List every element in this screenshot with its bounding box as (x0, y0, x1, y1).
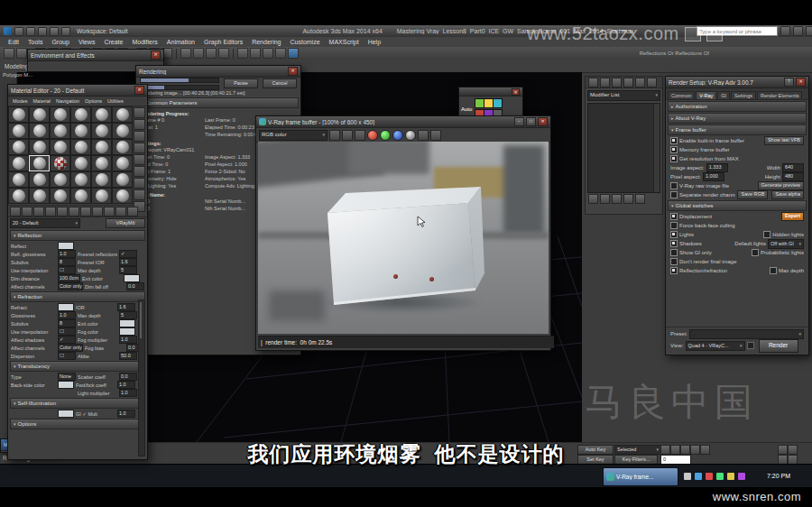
cancel-button[interactable]: Cancel (263, 78, 297, 88)
raw-image-checkbox[interactable] (670, 182, 678, 189)
material-slot[interactable] (91, 139, 112, 155)
minimize-icon[interactable] (514, 117, 524, 126)
material-slot[interactable] (91, 155, 112, 171)
material-slot[interactable] (91, 171, 112, 188)
material-slot[interactable] (50, 123, 70, 139)
help-icon[interactable] (784, 78, 794, 87)
shadows-checkbox[interactable] (670, 240, 678, 247)
sample-type-icon[interactable] (134, 107, 145, 118)
options-icon[interactable] (134, 178, 145, 189)
me-menu-navigation[interactable]: Navigation (53, 98, 82, 104)
go-to-parent-icon[interactable] (115, 207, 126, 217)
rollout-refraction[interactable]: Refraction (10, 291, 145, 302)
generate-preview-icon[interactable] (134, 166, 145, 177)
rollout-translucency[interactable]: Translucency (10, 361, 145, 372)
save-rgb-button[interactable]: Save RGB (737, 190, 768, 199)
clear-image-icon[interactable] (355, 130, 365, 141)
param-value[interactable]: 100.0cm (58, 274, 80, 282)
material-slot[interactable] (70, 188, 91, 204)
material-slot[interactable] (70, 139, 91, 155)
material-slot[interactable] (8, 188, 29, 204)
material-slot[interactable] (8, 155, 29, 171)
angle-snap-icon[interactable] (193, 48, 204, 59)
param-value[interactable]: 1.0 (58, 311, 76, 319)
hidden-lights-checkbox[interactable] (763, 231, 770, 238)
show-gi-only-checkbox[interactable] (670, 249, 678, 256)
menu-tools[interactable]: Tools (23, 39, 47, 45)
close-icon[interactable] (796, 78, 806, 87)
me-menu-material[interactable]: Material (31, 98, 54, 104)
ribbon-collapsed-label[interactable]: Polygon M... (3, 72, 32, 78)
save-alpha-button[interactable]: Save alpha (771, 190, 804, 199)
probabilistic-lights-checkbox[interactable] (752, 249, 759, 256)
material-slot[interactable] (8, 139, 29, 155)
menu-animation[interactable]: Animation (162, 39, 199, 45)
rendering-dialog-titlebar[interactable]: Rendering (136, 66, 300, 78)
param-value[interactable]: ☐ (58, 266, 76, 274)
param-value[interactable]: 1.0 (117, 410, 135, 418)
material-slot[interactable] (50, 139, 70, 155)
material-slot[interactable] (112, 106, 133, 123)
load-image-icon[interactable] (342, 130, 353, 141)
material-slot[interactable] (91, 123, 112, 139)
snap-toggle-icon[interactable] (180, 48, 191, 59)
alpha-channel-icon[interactable] (405, 130, 416, 141)
background-icon[interactable] (134, 131, 145, 142)
material-id-icon[interactable] (80, 207, 91, 217)
tab-vray[interactable]: V-Ray (696, 91, 716, 99)
save-image-icon[interactable] (329, 130, 340, 141)
tab-gi[interactable]: GI (717, 91, 730, 99)
material-slot[interactable] (50, 188, 70, 204)
param-value[interactable]: 5 (119, 266, 137, 274)
render-setup-titlebar[interactable]: Render Setup: V-Ray Adv 3.00.7 (666, 77, 808, 88)
hierarchy-tab-icon[interactable] (612, 78, 622, 88)
expert-mode-button[interactable]: Expert (781, 212, 804, 221)
redo-icon[interactable] (16, 48, 27, 59)
close-icon[interactable] (151, 51, 161, 60)
reset-map-icon[interactable] (45, 207, 56, 217)
param-value[interactable]: 1.6 (119, 258, 137, 266)
modifier-list-dropdown[interactable]: Modifier List (587, 90, 660, 101)
remove-modifier-icon[interactable] (623, 194, 633, 204)
close-icon[interactable] (288, 67, 298, 76)
open-file-icon[interactable] (26, 27, 35, 36)
sign-in-icon[interactable] (793, 26, 803, 36)
material-slot[interactable] (29, 106, 50, 123)
param-value[interactable]: Color only (58, 344, 83, 352)
tray-icon[interactable] (695, 473, 702, 480)
menu-group[interactable]: Group (47, 39, 73, 45)
material-slot[interactable] (29, 188, 50, 204)
menu-graph-editors[interactable]: Graph Editors (199, 39, 247, 45)
material-slot[interactable] (112, 155, 133, 171)
display-tab-icon[interactable] (635, 78, 645, 88)
height-field[interactable]: 480 (782, 172, 804, 181)
rollout-reflection[interactable]: Reflection (10, 230, 145, 241)
render-production-icon[interactable] (288, 48, 299, 59)
param-value[interactable]: ✓ (58, 336, 76, 344)
param-value[interactable] (124, 274, 140, 282)
material-slot[interactable] (112, 188, 133, 204)
param-value[interactable]: 8 (58, 258, 76, 266)
param-value[interactable] (119, 319, 135, 327)
enable-framebuffer-checkbox[interactable] (670, 137, 678, 144)
tray-icon[interactable] (684, 473, 691, 480)
reflection-refraction-checkbox[interactable] (670, 267, 678, 274)
material-slot[interactable] (70, 123, 91, 139)
material-slot[interactable] (50, 106, 70, 123)
curve-editor-icon[interactable] (250, 48, 261, 59)
make-copy-icon[interactable] (57, 207, 68, 217)
make-unique-icon[interactable] (612, 194, 622, 204)
param-value[interactable] (58, 242, 74, 250)
get-resolution-checkbox[interactable] (670, 155, 678, 162)
tab-settings[interactable]: Settings (731, 91, 756, 99)
environment-titlebar[interactable]: Environment and Effects (28, 50, 163, 61)
channel-dropdown[interactable]: RGB color (259, 130, 328, 141)
material-slot[interactable] (70, 106, 91, 123)
param-value[interactable]: 1.6 (117, 303, 135, 311)
undo-icon[interactable] (4, 48, 14, 59)
menu-help[interactable]: Help (364, 39, 385, 45)
menu-modifiers[interactable]: Modifiers (127, 39, 161, 45)
memory-framebuffer-checkbox[interactable] (670, 146, 678, 153)
rollout-common-parameters[interactable]: Common Parameters (138, 97, 299, 108)
save-file-icon[interactable] (38, 27, 47, 36)
